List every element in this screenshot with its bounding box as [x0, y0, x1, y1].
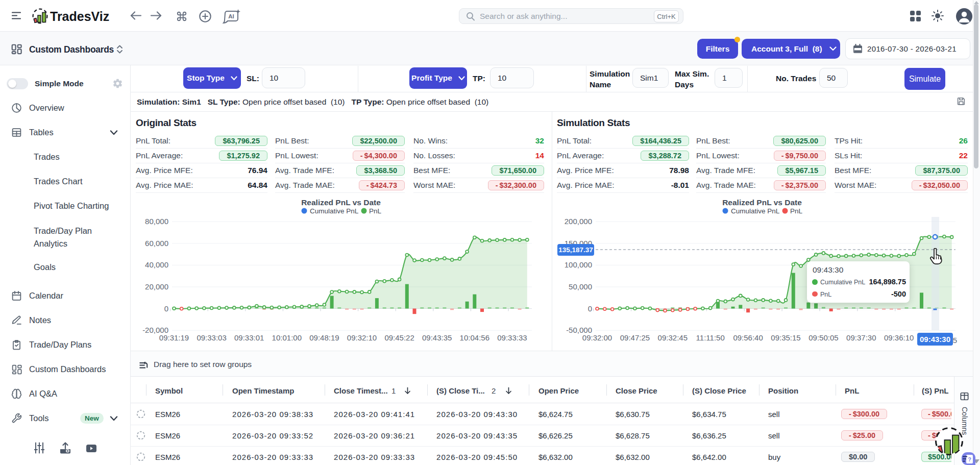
svg-text:50,000: 50,000: [569, 282, 592, 291]
svg-text:11:11:50: 11:11:50: [696, 333, 725, 342]
svg-text:Cumulative PnL: Cumulative PnL: [731, 207, 780, 215]
svg-text:09:33:33: 09:33:33: [497, 333, 527, 342]
svg-text:80,000: 80,000: [145, 217, 168, 226]
svg-text:AI: AI: [228, 13, 234, 19]
svg-text:0: 0: [588, 304, 592, 313]
svg-text:60,000: 60,000: [145, 239, 168, 248]
svg-text:40,000: 40,000: [145, 260, 168, 269]
svg-text:09:31:19: 09:31:19: [159, 333, 189, 342]
svg-text:09:33:03: 09:33:03: [197, 333, 226, 342]
svg-text:09:56:40: 09:56:40: [733, 333, 763, 342]
svg-text:Realized PnL vs Date: Realized PnL vs Date: [722, 198, 802, 207]
svg-text:100,000: 100,000: [565, 260, 592, 269]
svg-text:09:48:19: 09:48:19: [309, 333, 339, 342]
svg-text:10:04:56: 10:04:56: [460, 333, 489, 342]
svg-text:09:35:15: 09:35:15: [771, 333, 800, 342]
svg-text:10:01:00: 10:01:00: [272, 333, 302, 342]
svg-text:09:47:25: 09:47:25: [620, 333, 650, 342]
svg-text:?: ?: [968, 456, 971, 462]
svg-text:09:32:00: 09:32:00: [582, 333, 612, 342]
svg-text:Realized PnL vs Date: Realized PnL vs Date: [301, 198, 381, 207]
svg-text:09:45:22: 09:45:22: [384, 333, 414, 342]
svg-text:200,000: 200,000: [565, 217, 592, 226]
svg-text:09:36:10: 09:36:10: [884, 333, 914, 342]
svg-text:20,000: 20,000: [145, 282, 168, 291]
svg-text:09:37:30: 09:37:30: [846, 333, 876, 342]
svg-text:09:50:05: 09:50:05: [808, 333, 838, 342]
svg-text:PnL: PnL: [369, 207, 382, 215]
svg-text:09:33:01: 09:33:01: [234, 333, 264, 342]
svg-text:09:43:35: 09:43:35: [422, 333, 452, 342]
svg-text:09:32:45: 09:32:45: [658, 333, 688, 342]
svg-text:09:32:10: 09:32:10: [347, 333, 377, 342]
svg-text:Cumulative PnL: Cumulative PnL: [310, 207, 359, 215]
svg-text:PnL: PnL: [790, 207, 803, 215]
svg-text:0: 0: [164, 304, 168, 313]
svg-text:5: 5: [953, 336, 957, 345]
